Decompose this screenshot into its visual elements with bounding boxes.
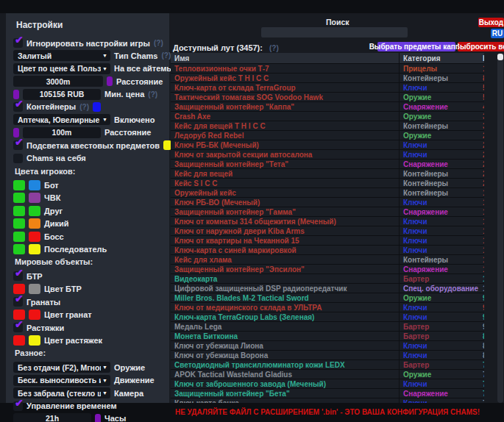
table-row[interactable]: Оружейный кейс T H I C C Контейнеры 8.40…	[171, 74, 484, 83]
chevron-down-icon: ▼	[102, 365, 107, 370]
quest-items-checkbox[interactable]: ✔	[13, 140, 23, 150]
containers-mode-select[interactable]: Аптечка, Ювелирные и... ▼	[13, 114, 110, 125]
chams-self-checkbox[interactable]	[13, 154, 23, 163]
loot-item-price: 2.58kk	[483, 141, 484, 149]
weapon-select[interactable]: Без отдачи (F2), Мгновенное п ▼	[13, 362, 110, 373]
table-row[interactable]: Кейс для вещей Контейнеры 2.08kk	[171, 169, 484, 179]
hours-input[interactable]	[13, 413, 91, 422]
player-color-swatch-primary[interactable]	[13, 180, 25, 190]
loot-item-name: Защищенный контейнер "Эпсилон"	[171, 265, 399, 273]
loot-item-price: 900.0k	[483, 323, 484, 331]
table-row[interactable]: Оружейный кейс Контейнеры 1.95kk	[171, 188, 484, 198]
tripwires-color-label: Цвет растяжек	[44, 336, 102, 345]
chams-self-label: Chams на себя	[26, 154, 86, 162]
table-row[interactable]: Ключ-карта с синей маркировкой Ключи 1.1…	[171, 246, 484, 255]
table-row[interactable]: Видеокарта Бартер 1.06kk	[171, 274, 484, 284]
grenades-color-swatch-secondary[interactable]	[29, 310, 40, 320]
ignore-game-settings-checkbox[interactable]: ✔	[13, 38, 23, 48]
distance-color-swatch[interactable]	[107, 76, 113, 86]
grenades-row: ✔ Гранаты	[13, 296, 165, 307]
loot-item-price: 751.8k	[483, 380, 484, 388]
table-row[interactable]: Защищенный контейнер "Бета" Снаряжение 7…	[171, 389, 484, 398]
player-color-swatch-primary[interactable]	[13, 218, 25, 229]
hours-color-swatch[interactable]	[95, 414, 101, 422]
exit-button[interactable]: Выход	[478, 18, 504, 27]
btr-color-swatch-secondary[interactable]	[29, 284, 40, 294]
table-row[interactable]: Защищенный контейнер "Каппа" Снаряжение …	[171, 102, 484, 112]
min-price-input[interactable]	[23, 89, 101, 100]
player-color-swatch-secondary[interactable]	[29, 193, 40, 203]
loot-item-name: Монета Биткоина	[171, 332, 399, 340]
table-row[interactable]: Защищенный контейнер "Гамма" Снаряжение …	[171, 207, 484, 217]
loot-item-name: Ключ от заброшенного завода (Меченый)	[171, 380, 399, 388]
table-row[interactable]: Ключ-карта банка Ключи 750.0k	[171, 398, 484, 403]
table-row[interactable]: Ключ от убежища Лиона Ключи 850.0k	[171, 341, 484, 351]
tripwires-color-swatch-primary[interactable]	[13, 335, 25, 346]
player-color-swatch-secondary[interactable]	[29, 244, 40, 254]
player-color-swatch-secondary[interactable]	[29, 218, 40, 229]
table-row[interactable]: Ключ от медицинского склада в УЛЬТРА Клю…	[171, 303, 484, 312]
tripwires-checkbox[interactable]: ✔	[13, 323, 23, 332]
table-row[interactable]: Тепловизионные очки Т-7 Прицелы 17.33kk	[171, 64, 484, 74]
select-kappa-items-button[interactable]: Выбрать предметы каппа	[377, 42, 455, 51]
containers-distance-input[interactable]	[23, 127, 101, 138]
table-row[interactable]: Ключ РБ-БК (Меченый) Ключи 2.58kk	[171, 140, 484, 150]
table-row[interactable]: Медаль Lega Бартер 900.0k	[171, 322, 484, 332]
player-color-swatch-primary[interactable]	[13, 232, 25, 242]
chams-type-select[interactable]: Залитый ▼	[13, 50, 110, 61]
loot-item-name: Оружейный кейс	[171, 189, 399, 197]
camera-select[interactable]: Без забрала (стекло шлема) ▼	[13, 387, 110, 398]
scrollbar-track[interactable]	[497, 53, 503, 403]
table-row[interactable]: Ключ от комнаты 314 общежития (Меченый) …	[171, 217, 484, 226]
table-row[interactable]: Ключ от квартиры на Чеканной 15 Ключи 1.…	[171, 236, 484, 246]
grenades-checkbox[interactable]: ✔	[13, 297, 23, 307]
table-row[interactable]: Crash Axe Оружие 3.40kk	[171, 112, 484, 121]
loot-item-price: 8.40kk	[483, 74, 484, 82]
scrollbar-thumb[interactable]	[497, 54, 503, 60]
player-color-swatch-secondary[interactable]	[29, 180, 40, 190]
table-row[interactable]: Ключ-карта от склада TerraGroup Ключи 5.…	[171, 83, 484, 93]
time-control-checkbox[interactable]: ✔	[13, 401, 23, 411]
loot-item-price: 1.51kk	[483, 227, 484, 235]
table-row[interactable]: Кейс для вещей T H I C C Контейнеры 3.10…	[171, 121, 484, 131]
loot-item-price: 1.10kk	[483, 265, 484, 273]
table-row[interactable]: Ключ от закрытой секции автосалона Ключи…	[171, 150, 484, 160]
table-row[interactable]: Ледоруб Red Rebel Оружие 2.75kk	[171, 131, 484, 140]
loot-item-category: Оружие	[399, 293, 483, 302]
table-row[interactable]: Ключ РБ-ВО (Меченый) Ключи 1.85kk	[171, 198, 484, 207]
table-row[interactable]: Светодиодный трансиллюминатор кожи LEDX …	[171, 360, 484, 370]
table-row[interactable]: Монета Биткоина Бартер 869.6k	[171, 332, 484, 341]
table-row[interactable]: APOK Tactical Wasteland Gladius Оружие 7…	[171, 370, 484, 379]
containers-color-swatch[interactable]	[93, 102, 101, 112]
player-color-swatch-secondary[interactable]	[29, 232, 40, 242]
table-row[interactable]: Ключ от убежища Ворона Ключи 800.0k	[171, 351, 484, 360]
player-color-swatch-secondary[interactable]	[29, 206, 40, 216]
containers-checkbox[interactable]: ✔	[13, 102, 23, 112]
column-header-price[interactable]: Цена	[483, 54, 484, 62]
loot-item-category: Ключи	[399, 217, 483, 226]
tripwires-color-swatch-secondary[interactable]	[29, 335, 40, 346]
distance-input[interactable]	[13, 76, 103, 87]
search-input[interactable]	[261, 27, 408, 37]
table-row[interactable]: Тактический томагавк SOG Voodoo Hawk Ору…	[171, 93, 484, 102]
table-row[interactable]: Цифровой защищенный DSP радиопередатчик …	[171, 284, 484, 293]
table-row[interactable]: Защищенный контейнер "Тета" Снаряжение 2…	[171, 160, 484, 169]
btr-checkbox[interactable]: ✔	[13, 271, 23, 281]
player-color-swatch-primary[interactable]	[13, 206, 25, 216]
btr-color-row: Цвет БТР	[13, 284, 165, 295]
table-row[interactable]: Кейс S I C C Контейнеры 2.05kk	[171, 179, 484, 188]
all-items-select[interactable]: Цвет по цене & Пользователь ▼	[13, 63, 110, 74]
player-color-swatch-primary[interactable]	[13, 244, 25, 254]
table-row[interactable]: Miller Bros. Blades M-2 Tactical Sword О…	[171, 293, 484, 303]
table-row[interactable]: Ключ-карта TerraGroup Labs (Зеленая) Клю…	[171, 312, 484, 322]
column-header-category[interactable]: Категория	[399, 53, 483, 63]
movement-select[interactable]: Беск. выносливость и нет уста ▼	[13, 375, 110, 386]
table-row[interactable]: Ключ от заброшенного завода (Меченый) Кл…	[171, 379, 484, 389]
column-header-name[interactable]: Имя	[171, 54, 399, 62]
table-row[interactable]: Кейс для хлама Контейнеры 1.11kk	[171, 255, 484, 265]
table-row[interactable]: Защищенный контейнер "Эпсилон" Снаряжени…	[171, 265, 484, 274]
language-button[interactable]: RU	[491, 29, 504, 38]
player-color-swatch-primary[interactable]	[13, 193, 25, 203]
drop-all-button[interactable]: Выбросить все	[458, 42, 504, 51]
table-row[interactable]: Ключ от наружной двери Kiba Arms Ключи 1…	[171, 226, 484, 236]
